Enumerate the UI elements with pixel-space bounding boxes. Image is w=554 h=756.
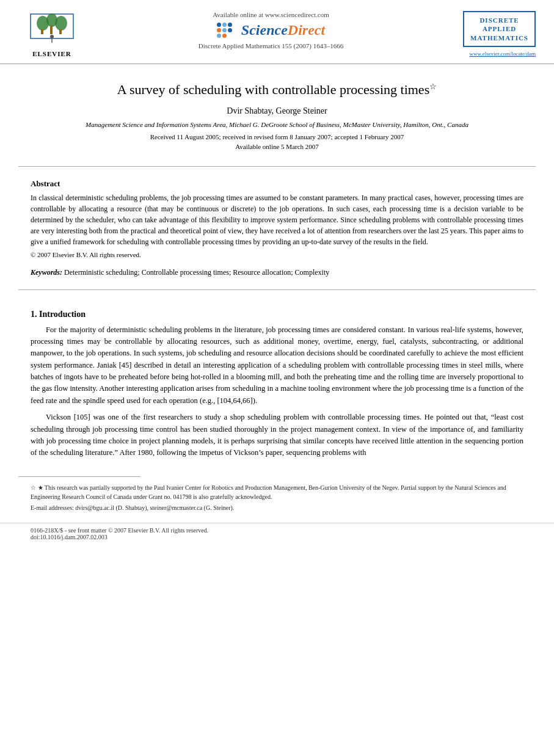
sd-dot-2: [222, 23, 227, 27]
section-1-paragraph-1: For the majority of deterministic schedu…: [31, 324, 523, 407]
svg-rect-5: [50, 26, 53, 34]
star-footnote: ☆: [429, 82, 437, 91]
sd-dot-4: [217, 28, 221, 32]
abstract-section: Abstract In classical deterministic sche…: [0, 174, 554, 263]
svg-rect-6: [59, 29, 62, 34]
sciencedirect-text: ScienceDirect: [241, 22, 325, 38]
abstract-title: Abstract: [31, 179, 523, 189]
footnote-email-text: E-mail addresses: dvirs@bgu.ac.il (D. Sh…: [31, 504, 234, 511]
footnote-star-text: ★ This research was partially supported …: [31, 484, 506, 500]
footnote-star-symbol: ☆: [31, 484, 38, 491]
dam-url[interactable]: www.elsevier.com/locate/dam: [470, 51, 536, 57]
sd-dot-3: [228, 23, 232, 27]
section-1-heading: 1. Introduction: [31, 310, 523, 319]
header: ELSEVIER Available online at www.science…: [0, 0, 554, 64]
issn-line: 0166-218X/$ - see front matter © 2007 El…: [31, 527, 523, 534]
paper-title-text: A survey of scheduling with controllable…: [117, 82, 429, 97]
title-divider: [18, 166, 536, 167]
footnotes: ☆ ★ This research was partially supporte…: [0, 481, 554, 517]
footnote-star: ☆ ★ This research was partially supporte…: [31, 483, 523, 501]
keywords-label: Keywords:: [31, 268, 62, 277]
sd-dot-6: [228, 28, 232, 32]
svg-rect-4: [41, 29, 43, 34]
sd-dot-1: [217, 23, 221, 27]
copyright: © 2007 Elsevier B.V. All rights reserved…: [31, 251, 523, 258]
dam-line-2: APPLIED: [470, 24, 528, 33]
sd-dot-5: [222, 28, 227, 32]
affiliation: Management Science and Information Syste…: [31, 121, 523, 128]
page: ELSEVIER Available online at www.science…: [0, 0, 554, 756]
abstract-text: In classical deterministic scheduling pr…: [31, 192, 523, 247]
dam-logo-area: DISCRETE APPLIED MATHEMATICS www.elsevie…: [456, 11, 536, 57]
sd-dot-7: [217, 34, 221, 38]
footnote-email: E-mail addresses: dvirs@bgu.ac.il (D. Sh…: [31, 503, 523, 512]
paper-title: A survey of scheduling with controllable…: [31, 81, 523, 99]
journal-info: Discrete Applied Mathematics 155 (2007) …: [199, 42, 343, 49]
keywords-text: Deterministic scheduling; Controllable p…: [64, 268, 329, 277]
available-online-text: Available online at www.sciencedirect.co…: [213, 11, 329, 18]
sd-dots: [217, 23, 236, 38]
svg-point-7: [50, 35, 54, 38]
sd-dot-8: [222, 34, 227, 38]
section-1: 1. Introduction For the majority of dete…: [0, 297, 554, 470]
available-online-paper: Available online 5 March 2007: [31, 143, 523, 150]
received-dates: Received 11 August 2005; received in rev…: [31, 133, 523, 140]
dam-line-1: DISCRETE: [470, 16, 528, 24]
keywords-section: Keywords: Deterministic scheduling; Cont…: [0, 263, 554, 282]
elsevier-logo-area: ELSEVIER: [18, 11, 86, 57]
elsevier-tree-logo: [27, 11, 76, 48]
elsevier-label: ELSEVIER: [32, 50, 71, 57]
title-section: A survey of scheduling with controllable…: [0, 64, 554, 159]
abstract-divider: [18, 289, 536, 290]
header-center: Available online at www.sciencedirect.co…: [86, 11, 456, 51]
bottom-bar: 0166-218X/$ - see front matter © 2007 El…: [0, 523, 554, 544]
dam-line-3: MATHEMATICS: [470, 34, 528, 42]
section-1-paragraph-2: Vickson [105] was one of the first resea…: [31, 412, 523, 459]
footnote-divider: [18, 476, 140, 477]
sciencedirect-logo: ScienceDirect: [217, 22, 325, 38]
svg-point-3: [55, 16, 67, 31]
doi-line: doi:10.1016/j.dam.2007.02.003: [31, 534, 523, 540]
dam-logo-box: DISCRETE APPLIED MATHEMATICS: [463, 11, 536, 47]
authors: Dvir Shabtay, George Steiner: [31, 106, 523, 116]
